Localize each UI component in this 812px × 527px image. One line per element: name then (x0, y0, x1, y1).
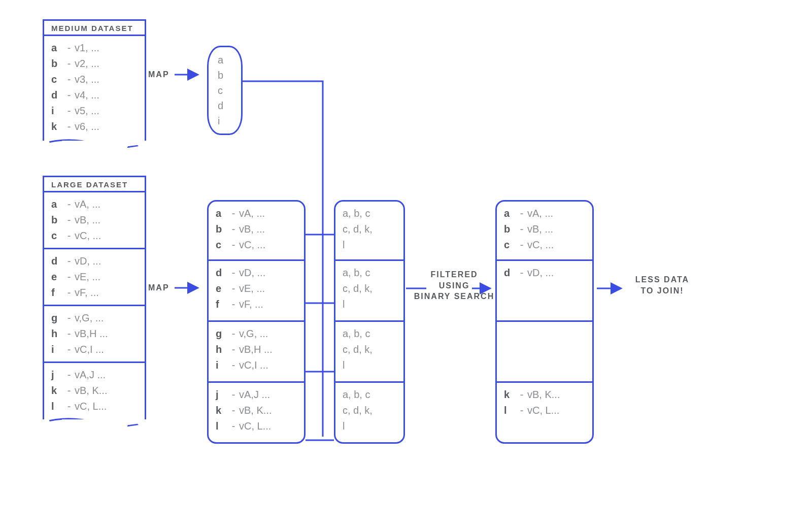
connector-h-4 (306, 434, 334, 443)
list-item: g-v,G, ... (216, 326, 297, 342)
list-item: d-v4, ... (51, 87, 138, 103)
list-item: c, d, k, (343, 403, 396, 418)
list-item: l (343, 418, 396, 434)
list-item: d-vD, ... (504, 265, 585, 281)
partition: a-vA, ...b-vB, ...c-vC, ... (207, 200, 306, 261)
list-item: a, b, c (343, 265, 396, 281)
out-label-l2: TO JOIN! (629, 285, 695, 297)
medium-dataset-title: MEDIUM DATASET (44, 21, 145, 36)
partition: a, b, cc, d, k,l (334, 200, 405, 261)
list-item: a-vA, ... (504, 206, 585, 221)
partition: d-vD, ...e-vE, ...f-vF, ... (207, 261, 306, 322)
large-dataset-title: LARGE DATASET (44, 177, 145, 192)
list-item: a, b, c (343, 387, 396, 403)
list-item: b-vB, ... (51, 212, 138, 228)
partition: a, b, cc, d, k,l (334, 322, 405, 383)
list-item: h-vB,H ... (51, 326, 138, 342)
list-item: k-vB, K... (504, 387, 585, 403)
list-item: b-vB, ... (504, 221, 585, 237)
list-item: a-vA, ... (51, 196, 138, 212)
arrow-map-1 (175, 69, 202, 83)
list-item: i-vC,I ... (51, 342, 138, 357)
list-item: d-vD, ... (216, 265, 297, 281)
list-item: d-vD, ... (51, 253, 138, 269)
partition: a, b, cc, d, k,l (334, 261, 405, 322)
list-item: b-vB, ... (216, 221, 297, 237)
list-item: e-vE, ... (51, 269, 138, 285)
list-item: f-vF, ... (51, 285, 138, 301)
large-dataset-card: LARGE DATASET a-vA, ...b-vB, ...c-vC, ..… (43, 176, 146, 425)
result-stack: a-vA, ...b-vB, ...c-vC, ...d-vD, ...k-vB… (495, 200, 594, 444)
arrow-out (597, 282, 625, 297)
partition: g-v,G, ...h-vB,H ...i-vC,I ... (207, 322, 306, 383)
list-item: c (218, 83, 232, 98)
list-item: a (218, 52, 232, 68)
list-item: a, b, c (343, 326, 396, 342)
partition: a, b, cc, d, k,l (334, 383, 405, 444)
list-item: b-v2, ... (51, 56, 138, 72)
list-item: a-v1, ... (51, 40, 138, 56)
connector-h-2 (306, 297, 334, 306)
list-item: c-vC, ... (51, 228, 138, 244)
list-item: g-v,G, ... (51, 310, 138, 326)
partition: k-vB, K...l-vC, L... (495, 383, 594, 444)
list-item: l-vC, L... (51, 399, 138, 414)
partition (495, 322, 594, 383)
list-item: i (218, 113, 232, 128)
list-item: j-vA,J ... (51, 367, 138, 383)
arrow-filter-right (472, 282, 494, 297)
list-item: e-vE, ... (216, 281, 297, 297)
list-item: f-vF, ... (216, 297, 297, 312)
list-item: l (343, 357, 396, 373)
list-item: i-vC,I ... (216, 357, 297, 373)
map-label-2: MAP (148, 283, 170, 292)
list-item: h-vB,H ... (216, 342, 297, 357)
list-item: c, d, k, (343, 221, 396, 237)
partition: j-vA,J ...k-vB, K...l-vC, L... (207, 383, 306, 444)
partition: a-vA, ...b-vB, ...c-vC, ... (495, 200, 594, 261)
list-item: l-vC, L... (504, 403, 585, 418)
out-label: LESS DATA TO JOIN! (629, 274, 695, 296)
map-label-1: MAP (148, 70, 170, 79)
filter-label-l1: FILTERED (411, 269, 497, 280)
list-item: l (343, 237, 396, 253)
list-item: i-v5, ... (51, 103, 138, 119)
connector-h-3 (306, 366, 334, 375)
medium-dataset-card: MEDIUM DATASET a-v1, ...b-v2, ...c-v3, .… (43, 19, 146, 147)
list-item: j-vA,J ... (216, 387, 297, 403)
mapped-large-stack: a-vA, ...b-vB, ...c-vC, ...d-vD, ...e-vE… (207, 200, 306, 444)
connector-h-1 (306, 228, 334, 238)
list-item: d (218, 98, 232, 113)
broadcast-stack: a, b, cc, d, k,la, b, cc, d, k,la, b, cc… (334, 200, 405, 444)
list-item: k-vB, K... (216, 403, 297, 418)
list-item: k-v6, ... (51, 119, 138, 135)
list-item: l (343, 297, 396, 312)
list-item: c, d, k, (343, 342, 396, 357)
list-item: k-vB, K... (51, 383, 138, 399)
out-label-l1: LESS DATA (629, 274, 695, 285)
list-item: c-v3, ... (51, 72, 138, 87)
list-item: a, b, c (343, 206, 396, 221)
list-item: l-vC, L... (216, 418, 297, 434)
list-item: c-vC, ... (504, 237, 585, 253)
list-item: c-vC, ... (216, 237, 297, 253)
list-item: b (218, 68, 232, 83)
arrow-map-2 (175, 282, 202, 296)
list-item: a-vA, ... (216, 206, 297, 221)
partition: d-vD, ... (495, 261, 594, 322)
list-item: c, d, k, (343, 281, 396, 297)
keyset-capsule: abcdi (207, 46, 243, 135)
